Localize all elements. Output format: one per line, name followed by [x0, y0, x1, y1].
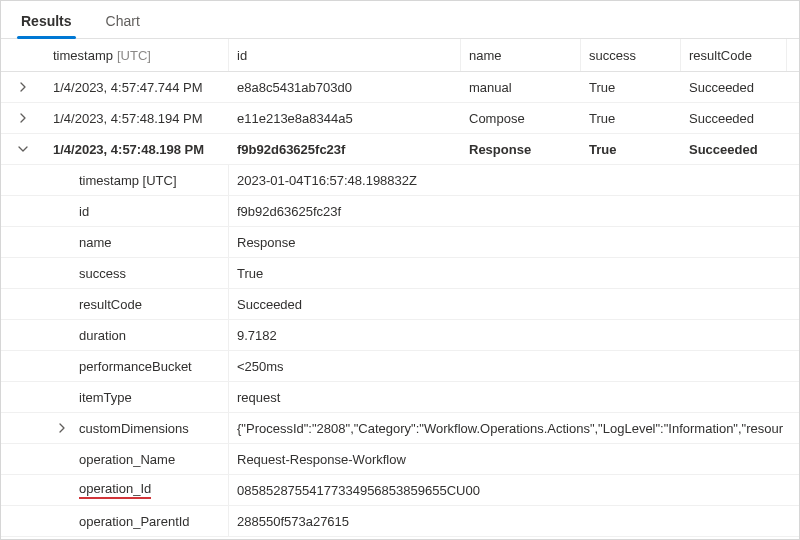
detail-key: name: [45, 227, 229, 257]
detail-key: operation_ParentId: [45, 506, 229, 536]
cell-resultcode: Succeeded: [681, 134, 787, 164]
detail-indent: [1, 227, 45, 257]
detail-indent: [1, 320, 45, 350]
column-header-id[interactable]: id: [229, 39, 461, 71]
cell-success: True: [581, 72, 681, 102]
detail-key-label: itemType: [79, 390, 220, 405]
column-header-resultcode[interactable]: resultCode: [681, 39, 787, 71]
cell-name: Response: [461, 134, 581, 164]
detail-key-label: performanceBucket: [79, 359, 220, 374]
detail-indent: [1, 196, 45, 226]
column-unit: [UTC]: [117, 48, 151, 63]
cell-resultcode: Succeeded: [681, 103, 787, 133]
detail-row: operation_ParentId288550f573a27615: [1, 506, 799, 537]
detail-row: successTrue: [1, 258, 799, 289]
detail-indent: [1, 289, 45, 319]
detail-value: 9.7182: [229, 320, 799, 350]
detail-row: nameResponse: [1, 227, 799, 258]
cell-timestamp: 1/4/2023, 4:57:48.194 PM: [45, 103, 229, 133]
table-row[interactable]: 1/4/2023, 4:57:47.744 PMe8a8c5431ab703d0…: [1, 72, 799, 103]
detail-key: itemType: [45, 382, 229, 412]
detail-key-label: name: [79, 235, 220, 250]
detail-row: idf9b92d63625fc23f: [1, 196, 799, 227]
detail-value: f9b92d63625fc23f: [229, 196, 799, 226]
column-label: timestamp: [53, 48, 113, 63]
tab-results[interactable]: Results: [17, 4, 76, 38]
detail-row: itemTyperequest: [1, 382, 799, 413]
detail-row: resultCodeSucceeded: [1, 289, 799, 320]
detail-value: 2023-01-04T16:57:48.198832Z: [229, 165, 799, 195]
cell-id: f9b92d63625fc23f: [229, 134, 461, 164]
detail-value: 08585287554177334956853859655CU00: [229, 475, 799, 505]
detail-key-label: operation_ParentId: [79, 514, 220, 529]
detail-indent: [1, 382, 45, 412]
detail-value: <250ms: [229, 351, 799, 381]
detail-key: timestamp [UTC]: [45, 165, 229, 195]
detail-value: {"ProcessId":"2808","Category":"Workflow…: [229, 413, 799, 443]
detail-indent: [1, 351, 45, 381]
detail-key: resultCode: [45, 289, 229, 319]
detail-key: operation_Name: [45, 444, 229, 474]
tabs-bar: Results Chart: [1, 1, 799, 39]
expand-toggle[interactable]: [45, 413, 79, 443]
cell-name: Compose: [461, 103, 581, 133]
cell-id: e8a8c5431ab703d0: [229, 72, 461, 102]
detail-key-label: id: [79, 204, 220, 219]
grid-header: timestamp [UTC] id name success resultCo…: [1, 39, 799, 72]
results-grid: timestamp [UTC] id name success resultCo…: [1, 39, 799, 539]
detail-value: 288550f573a27615: [229, 506, 799, 536]
detail-row: customDimensions{"ProcessId":"2808","Cat…: [1, 413, 799, 444]
detail-indent: [1, 444, 45, 474]
detail-indent: [1, 506, 45, 536]
chevron-right-icon: [17, 81, 29, 93]
cell-id: e11e213e8a8344a5: [229, 103, 461, 133]
detail-key: id: [45, 196, 229, 226]
detail-indent: [1, 165, 45, 195]
cell-timestamp: 1/4/2023, 4:57:48.198 PM: [45, 134, 229, 164]
tab-chart[interactable]: Chart: [102, 4, 144, 38]
detail-value: request: [229, 382, 799, 412]
detail-value: Response: [229, 227, 799, 257]
cell-name: manual: [461, 72, 581, 102]
detail-key: duration: [45, 320, 229, 350]
detail-indent: [1, 475, 45, 505]
detail-key-label: resultCode: [79, 297, 220, 312]
column-header-timestamp[interactable]: timestamp [UTC]: [45, 39, 229, 71]
detail-key: performanceBucket: [45, 351, 229, 381]
column-header-name[interactable]: name: [461, 39, 581, 71]
expand-toggle[interactable]: [1, 143, 45, 155]
cell-timestamp: 1/4/2023, 4:57:47.744 PM: [45, 72, 229, 102]
detail-key-label: customDimensions: [79, 421, 220, 436]
detail-key-label: success: [79, 266, 220, 281]
detail-row: operation_Id0858528755417733495685385965…: [1, 475, 799, 506]
detail-key: success: [45, 258, 229, 288]
detail-key[interactable]: customDimensions: [45, 413, 229, 443]
expand-toggle[interactable]: [1, 81, 45, 93]
detail-key-label: operation_Name: [79, 452, 220, 467]
detail-row: duration9.7182: [1, 320, 799, 351]
detail-key: operation_Id: [45, 475, 229, 505]
detail-indent: [1, 413, 45, 443]
detail-row: timestamp [UTC]2023-01-04T16:57:48.19883…: [1, 165, 799, 196]
expand-toggle[interactable]: [1, 112, 45, 124]
detail-value: Succeeded: [229, 289, 799, 319]
column-header-success[interactable]: success: [581, 39, 681, 71]
detail-value: Request-Response-Workflow: [229, 444, 799, 474]
chevron-right-icon: [56, 422, 68, 434]
detail-key-label: operation_Id: [79, 481, 220, 499]
chevron-right-icon: [17, 112, 29, 124]
detail-value: True: [229, 258, 799, 288]
table-row[interactable]: 1/4/2023, 4:57:48.198 PMf9b92d63625fc23f…: [1, 134, 799, 165]
chevron-down-icon: [17, 143, 29, 155]
cell-success: True: [581, 134, 681, 164]
cell-resultcode: Succeeded: [681, 72, 787, 102]
cell-success: True: [581, 103, 681, 133]
detail-key-label: duration: [79, 328, 220, 343]
detail-row: performanceBucket<250ms: [1, 351, 799, 382]
table-row[interactable]: 1/4/2023, 4:57:48.194 PMe11e213e8a8344a5…: [1, 103, 799, 134]
detail-row: operation_NameRequest-Response-Workflow: [1, 444, 799, 475]
detail-indent: [1, 258, 45, 288]
column-header-expand: [1, 39, 45, 71]
detail-key-label: timestamp [UTC]: [79, 173, 220, 188]
grid-body: 1/4/2023, 4:57:47.744 PMe8a8c5431ab703d0…: [1, 72, 799, 539]
